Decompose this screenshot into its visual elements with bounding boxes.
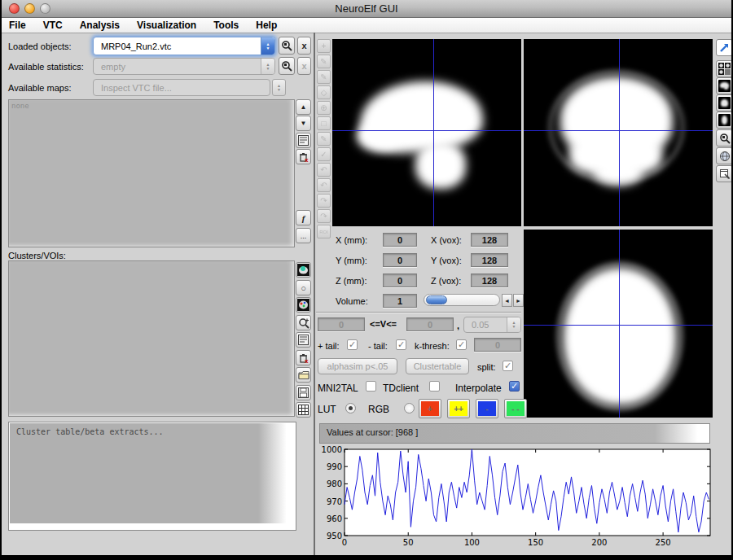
cluster-show-on-brain-button[interactable]	[296, 262, 311, 278]
color-swatch-green: - -	[507, 401, 525, 416]
draw-tool-rotate-left: ↶	[317, 178, 331, 192]
expand-arrow-icon	[719, 42, 730, 53]
lut-negative-color-button[interactable]: -	[476, 399, 498, 418]
maps-listbox[interactable]: none	[8, 99, 295, 247]
neg-tail-checkbox[interactable]: ✓	[396, 339, 406, 350]
sagittal-view[interactable]	[332, 39, 521, 226]
lut-positive2-color-button[interactable]: ++	[447, 399, 470, 418]
lut-positive-color-button[interactable]: +	[419, 399, 441, 418]
new-window-button[interactable]	[716, 165, 731, 182]
undo-icon: ↶	[320, 165, 327, 174]
tdclient-checkbox[interactable]	[429, 381, 440, 392]
trash-icon: x	[298, 151, 309, 163]
y-axis-tick-label: 990	[318, 462, 342, 471]
menu-tools[interactable]: Tools	[213, 20, 239, 31]
volume-label: Volume:	[336, 296, 368, 306]
interpolate-checkbox[interactable]: ✓	[509, 381, 520, 392]
grid-views-icon	[718, 63, 731, 75]
k-thresh-checkbox[interactable]: ✓	[456, 339, 467, 350]
cluster-table-textarea[interactable]: Cluster table/beta extracts...	[8, 422, 296, 531]
map-delete-button[interactable]: x	[296, 149, 311, 164]
clusters-listbox[interactable]	[8, 260, 295, 417]
timecourse-plot: 9509609709809901000050100150200250	[318, 446, 712, 553]
threshold-high-field: 0	[406, 317, 454, 331]
map-formula-button[interactable]: f	[296, 210, 311, 225]
y-axis-tick-label: 960	[318, 514, 342, 523]
inspect-object-button[interactable]	[279, 37, 295, 55]
axial-view[interactable]	[524, 230, 713, 418]
circle-icon: ○	[301, 283, 306, 293]
split-label: split:	[477, 362, 496, 372]
draw-tool-pencil-undo: ✎	[317, 132, 331, 146]
sagittal-brain-shape	[357, 120, 402, 151]
menu-analysis[interactable]: Analysis	[80, 20, 120, 31]
sagittal-crosshair-horizontal	[332, 130, 521, 131]
rotate-right-icon: ↷	[320, 212, 327, 221]
close-object-button[interactable]: x	[297, 37, 311, 55]
map-move-down-button[interactable]: ▼	[296, 116, 311, 131]
loaded-objects-dropdown[interactable]: MRP04_Run2.vtc ▲▼	[93, 37, 275, 55]
cluster-search-button[interactable]	[296, 315, 311, 330]
cluster-table-button[interactable]	[296, 402, 311, 418]
map-move-up-button[interactable]: ▲	[296, 99, 311, 115]
map-properties-button[interactable]	[296, 133, 311, 148]
volume-next-button[interactable]: ►	[513, 294, 524, 307]
inspect-view-button[interactable]	[716, 129, 731, 147]
map-more-button[interactable]: ...	[296, 228, 311, 243]
check-icon: ✓	[511, 382, 518, 391]
y-vox-field[interactable]: 128	[471, 253, 508, 267]
menu-file[interactable]: File	[9, 20, 26, 31]
draw-tool-accept-check: ✓	[317, 147, 331, 161]
z-vox-field[interactable]: 128	[471, 273, 508, 287]
x-vox-field[interactable]: 128	[471, 233, 508, 247]
coronal-crosshair-horizontal	[524, 130, 713, 131]
render-view-button[interactable]	[716, 147, 731, 164]
volume-slider-thumb[interactable]	[426, 295, 447, 304]
cluster-delete-button[interactable]: x	[296, 350, 311, 365]
svg-text:x: x	[305, 156, 309, 163]
z-mm-field[interactable]: 0	[383, 273, 417, 287]
lut-radio[interactable]	[345, 403, 356, 413]
split-checkbox[interactable]: ✓	[503, 361, 513, 371]
y-mm-field[interactable]: 0	[383, 253, 417, 267]
redo-icon: ↷	[320, 196, 327, 205]
axial-slice-button[interactable]	[716, 112, 731, 129]
pos-tail-checkbox[interactable]: ✓	[347, 339, 358, 350]
lut-negative2-color-button[interactable]: - -	[504, 399, 527, 418]
sagittal-slice-button[interactable]	[716, 77, 731, 94]
zoom-plus-icon	[298, 317, 309, 329]
draw-tool-undo: ↶	[317, 163, 331, 177]
menu-help[interactable]: Help	[256, 20, 277, 31]
coronal-view[interactable]	[524, 39, 713, 226]
rgb-radio[interactable]	[404, 403, 415, 413]
cluster-properties-button[interactable]	[296, 332, 311, 348]
x-mm-field[interactable]: 0	[383, 233, 417, 247]
threshold-op-label: <=V<=	[370, 319, 397, 329]
check-icon: ✓	[458, 340, 465, 349]
volume-prev-button[interactable]: ◄	[502, 294, 512, 307]
mni2tal-label: MNI2TAL	[318, 383, 358, 394]
loaded-objects-stepper[interactable]: ▲▼	[261, 37, 274, 55]
title-bar: NeuroElf GUI	[2, 0, 731, 18]
cluster-save-button[interactable]	[296, 385, 311, 400]
cluster-outline-button[interactable]: ○	[296, 280, 311, 295]
coronal-slice-button[interactable]	[716, 94, 731, 112]
menu-vtc[interactable]: VTC	[43, 20, 63, 31]
k-thresh-label: k-thresh:	[415, 341, 450, 351]
multi-slice-layout-button[interactable]	[716, 60, 731, 77]
cluster-colored-brain-button[interactable]	[296, 297, 311, 313]
loaded-objects-value: MRP04_Run2.vtc	[94, 42, 261, 51]
axial-brain-shape	[563, 267, 677, 405]
volume-field[interactable]: 1	[383, 294, 417, 308]
coronal-brain-shape	[594, 160, 643, 186]
y-axis-tick-label: 980	[318, 479, 342, 488]
list-properties-icon	[298, 135, 309, 146]
inspect-statistics-button[interactable]	[279, 57, 295, 75]
folder-icon	[298, 370, 309, 380]
x-mm-label: X (mm):	[336, 235, 367, 245]
undock-button[interactable]	[716, 39, 731, 56]
menu-visualization[interactable]: Visualization	[137, 20, 196, 31]
volume-slider[interactable]	[424, 294, 500, 306]
cluster-open-button[interactable]	[296, 367, 311, 383]
mni2tal-checkbox[interactable]	[366, 381, 376, 392]
